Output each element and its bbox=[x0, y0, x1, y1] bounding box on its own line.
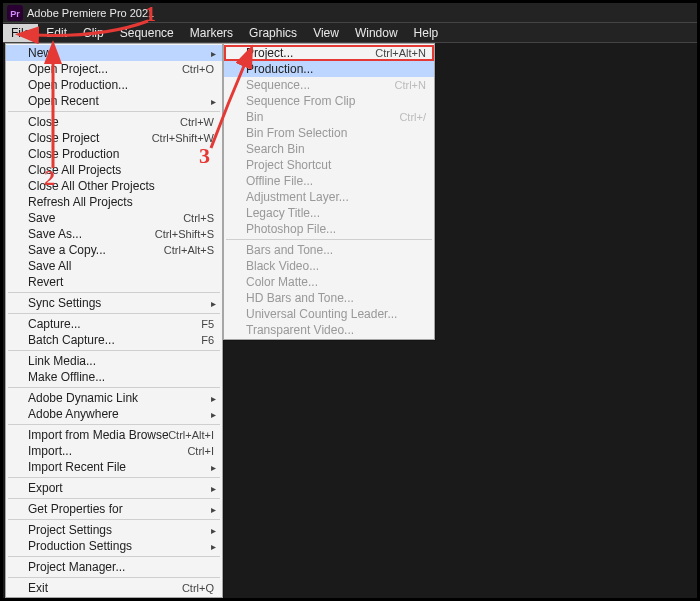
chevron-right-icon: ▸ bbox=[211, 96, 216, 107]
file-item-capture[interactable]: Capture...F5 bbox=[6, 316, 222, 332]
menu-help[interactable]: Help bbox=[406, 24, 447, 42]
chevron-right-icon: ▸ bbox=[211, 409, 216, 420]
file-item-open-project[interactable]: Open Project...Ctrl+O bbox=[6, 61, 222, 77]
menu-item-label: Transparent Video... bbox=[246, 323, 426, 337]
menu-item-label: Universal Counting Leader... bbox=[246, 307, 426, 321]
file-item-import[interactable]: Import...Ctrl+I bbox=[6, 443, 222, 459]
file-separator bbox=[8, 424, 220, 425]
menu-item-label: Open Project... bbox=[28, 62, 182, 76]
new-item-production[interactable]: Production... bbox=[224, 61, 434, 77]
file-item-new[interactable]: New▸ bbox=[6, 45, 222, 61]
menu-item-shortcut: F5 bbox=[201, 318, 214, 330]
menu-item-label: Close Project bbox=[28, 131, 152, 145]
chevron-right-icon: ▸ bbox=[211, 525, 216, 536]
menu-item-shortcut: Ctrl+Shift+W bbox=[152, 132, 214, 144]
file-item-refresh-all-projects[interactable]: Refresh All Projects bbox=[6, 194, 222, 210]
menu-item-shortcut: Ctrl+W bbox=[180, 116, 214, 128]
file-item-export[interactable]: Export▸ bbox=[6, 480, 222, 496]
file-item-project-settings[interactable]: Project Settings▸ bbox=[6, 522, 222, 538]
file-item-adobe-dynamic-link[interactable]: Adobe Dynamic Link▸ bbox=[6, 390, 222, 406]
file-item-production-settings[interactable]: Production Settings▸ bbox=[6, 538, 222, 554]
file-item-close-production[interactable]: Close Production bbox=[6, 146, 222, 162]
file-item-make-offline[interactable]: Make Offline... bbox=[6, 369, 222, 385]
menu-item-shortcut: Ctrl+/ bbox=[399, 111, 426, 123]
menu-item-label: Sequence From Clip bbox=[246, 94, 426, 108]
file-item-open-recent[interactable]: Open Recent▸ bbox=[6, 93, 222, 109]
file-item-batch-capture[interactable]: Batch Capture...F6 bbox=[6, 332, 222, 348]
menu-item-label: Search Bin bbox=[246, 142, 426, 156]
file-item-save-a-copy[interactable]: Save a Copy...Ctrl+Alt+S bbox=[6, 242, 222, 258]
chevron-right-icon: ▸ bbox=[211, 393, 216, 404]
menu-item-label: Save As... bbox=[28, 227, 155, 241]
menu-item-label: Black Video... bbox=[246, 259, 426, 273]
menu-item-shortcut: Ctrl+O bbox=[182, 63, 214, 75]
file-item-get-properties-for[interactable]: Get Properties for▸ bbox=[6, 501, 222, 517]
menu-item-label: Close All Other Projects bbox=[28, 179, 214, 193]
menu-sequence[interactable]: Sequence bbox=[112, 24, 182, 42]
menu-view[interactable]: View bbox=[305, 24, 347, 42]
file-separator bbox=[8, 498, 220, 499]
menu-item-label: Project... bbox=[246, 46, 375, 60]
menu-item-shortcut: Ctrl+Q bbox=[182, 582, 214, 594]
file-item-save[interactable]: SaveCtrl+S bbox=[6, 210, 222, 226]
menu-item-label: Bin bbox=[246, 110, 399, 124]
file-item-revert[interactable]: Revert bbox=[6, 274, 222, 290]
menu-edit[interactable]: Edit bbox=[38, 24, 75, 42]
file-item-save-all[interactable]: Save All bbox=[6, 258, 222, 274]
file-separator bbox=[8, 577, 220, 578]
new-item-project-shortcut: Project Shortcut bbox=[224, 157, 434, 173]
new-item-offline-file: Offline File... bbox=[224, 173, 434, 189]
menu-item-label: New bbox=[28, 46, 214, 60]
menu-item-label: Close Production bbox=[28, 147, 214, 161]
new-item-search-bin: Search Bin bbox=[224, 141, 434, 157]
menu-item-label: Save All bbox=[28, 259, 214, 273]
file-item-sync-settings[interactable]: Sync Settings▸ bbox=[6, 295, 222, 311]
new-item-black-video: Black Video... bbox=[224, 258, 434, 274]
new-item-adjustment-layer: Adjustment Layer... bbox=[224, 189, 434, 205]
file-item-import-recent-file[interactable]: Import Recent File▸ bbox=[6, 459, 222, 475]
new-item-universal-counting-leader: Universal Counting Leader... bbox=[224, 306, 434, 322]
menu-item-label: Bin From Selection bbox=[246, 126, 426, 140]
menu-graphics[interactable]: Graphics bbox=[241, 24, 305, 42]
file-item-close-all-projects[interactable]: Close All Projects bbox=[6, 162, 222, 178]
menu-item-shortcut: Ctrl+N bbox=[395, 79, 426, 91]
file-item-close-project[interactable]: Close ProjectCtrl+Shift+W bbox=[6, 130, 222, 146]
menu-item-label: Batch Capture... bbox=[28, 333, 201, 347]
file-item-open-production[interactable]: Open Production... bbox=[6, 77, 222, 93]
menu-item-label: Adjustment Layer... bbox=[246, 190, 426, 204]
file-separator bbox=[8, 111, 220, 112]
new-item-project[interactable]: Project...Ctrl+Alt+N bbox=[224, 45, 434, 61]
file-separator bbox=[8, 313, 220, 314]
menu-item-label: Refresh All Projects bbox=[28, 195, 214, 209]
file-item-close-all-other-projects[interactable]: Close All Other Projects bbox=[6, 178, 222, 194]
title-bar: Pr Adobe Premiere Pro 2021 bbox=[3, 3, 697, 23]
chevron-right-icon: ▸ bbox=[211, 48, 216, 59]
menu-item-shortcut: Ctrl+Shift+S bbox=[155, 228, 214, 240]
menu-item-label: Color Matte... bbox=[246, 275, 426, 289]
menu-window[interactable]: Window bbox=[347, 24, 406, 42]
file-item-exit[interactable]: ExitCtrl+Q bbox=[6, 580, 222, 596]
menu-clip[interactable]: Clip bbox=[75, 24, 112, 42]
file-item-project-manager[interactable]: Project Manager... bbox=[6, 559, 222, 575]
menu-file[interactable]: File bbox=[3, 24, 38, 42]
file-item-import-from-media-browser[interactable]: Import from Media BrowserCtrl+Alt+I bbox=[6, 427, 222, 443]
file-item-save-as[interactable]: Save As...Ctrl+Shift+S bbox=[6, 226, 222, 242]
menu-item-shortcut: Ctrl+Alt+I bbox=[168, 429, 214, 441]
menu-item-label: Offline File... bbox=[246, 174, 426, 188]
file-item-link-media[interactable]: Link Media... bbox=[6, 353, 222, 369]
menu-markers[interactable]: Markers bbox=[182, 24, 241, 42]
menu-item-label: Photoshop File... bbox=[246, 222, 426, 236]
menu-item-label: Link Media... bbox=[28, 354, 214, 368]
menu-item-label: HD Bars and Tone... bbox=[246, 291, 426, 305]
menu-item-label: Sequence... bbox=[246, 78, 395, 92]
menu-item-label: Close All Projects bbox=[28, 163, 214, 177]
file-item-adobe-anywhere[interactable]: Adobe Anywhere▸ bbox=[6, 406, 222, 422]
file-separator bbox=[8, 350, 220, 351]
new-item-bars-and-tone: Bars and Tone... bbox=[224, 242, 434, 258]
menu-item-label: Open Production... bbox=[28, 78, 214, 92]
menu-item-label: Save bbox=[28, 211, 183, 225]
menu-item-label: Import from Media Browser bbox=[28, 428, 168, 442]
menu-item-label: Production Settings bbox=[28, 539, 214, 553]
file-item-close[interactable]: CloseCtrl+W bbox=[6, 114, 222, 130]
menu-item-label: Capture... bbox=[28, 317, 201, 331]
